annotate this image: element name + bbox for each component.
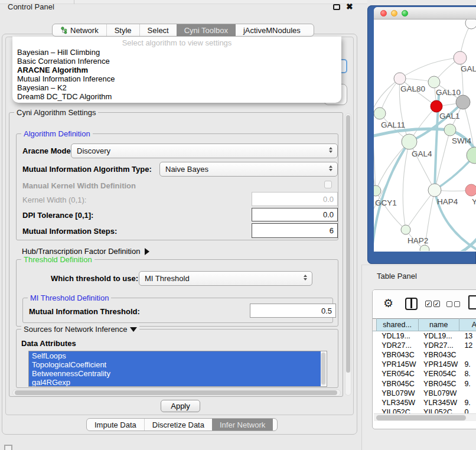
settings-group-title: Cyni Algorithm Settings bbox=[14, 108, 98, 117]
cell: YBL079W bbox=[376, 389, 418, 398]
network-node-gcy1[interactable] bbox=[374, 185, 381, 196]
network-node[interactable] bbox=[431, 100, 442, 112]
data-attributes-list[interactable]: SelfLoopsTopologicalCoefficientBetweenne… bbox=[28, 351, 327, 387]
manual-kernel-checkbox[interactable] bbox=[324, 181, 332, 188]
tab-infer-network[interactable]: Infer Network bbox=[212, 419, 273, 431]
settings-horizontal-scrollbar[interactable] bbox=[12, 389, 341, 396]
table-row[interactable]: YER054CYER054C8. bbox=[373, 369, 476, 379]
network-node-gal11[interactable] bbox=[374, 107, 386, 119]
tab-cyni-toolbox[interactable]: Cyni Toolbox bbox=[177, 24, 236, 36]
split-columns-icon[interactable] bbox=[405, 298, 418, 310]
menu-item-basic-correlation-inference[interactable]: Basic Correlation Inference bbox=[12, 57, 341, 66]
network-node-gal4[interactable] bbox=[402, 134, 417, 149]
table-row[interactable]: YBR045CYBR045C9. bbox=[373, 379, 476, 388]
table-panel-card: ⚙ ✓✓ shared...nameAYDL19...YDL19...13YDR… bbox=[372, 289, 476, 429]
expand-right-icon bbox=[145, 248, 149, 255]
mi-steps-label: Mutual Information Steps: bbox=[22, 227, 117, 236]
tab-select[interactable]: Select bbox=[139, 24, 177, 36]
node-label-swi4: SWI4 bbox=[452, 136, 471, 145]
cell: YBR045C bbox=[418, 379, 459, 388]
node-label-gal80: GAL80 bbox=[400, 84, 425, 93]
table-row[interactable]: YBL079WYBL079W bbox=[373, 389, 476, 398]
network-node[interactable] bbox=[420, 245, 429, 251]
mi-algorithm-type-select[interactable]: Naive Bayes bbox=[159, 162, 338, 177]
column-header-a[interactable]: A bbox=[459, 319, 476, 331]
float-window-icon[interactable] bbox=[333, 4, 340, 10]
menu-item-bayesian-hill-climbing[interactable]: Bayesian – Hill Climbing bbox=[12, 48, 341, 57]
column-header-name[interactable]: name bbox=[418, 319, 459, 331]
threshold-definition-group: Threshold Definition Which threshold to … bbox=[16, 259, 338, 327]
network-node-gal10[interactable] bbox=[428, 76, 440, 88]
network-node-gal80[interactable] bbox=[394, 73, 406, 84]
data-attributes-label: Data Attributes bbox=[21, 339, 76, 348]
network-node[interactable] bbox=[467, 147, 476, 164]
tab-impute-data[interactable]: Impute Data bbox=[87, 419, 144, 431]
node-table: shared...nameAYDL19...YDL19...13YDR27...… bbox=[373, 318, 476, 417]
apply-button[interactable]: Apply bbox=[161, 400, 200, 412]
hub-definition-toggle[interactable]: Hub/Transcription Factor Definition bbox=[22, 247, 149, 256]
network-node-swi4[interactable] bbox=[444, 124, 456, 136]
cell bbox=[459, 350, 476, 360]
kernel-width-field[interactable]: 0.0 bbox=[252, 192, 338, 206]
mi-threshold-definition-group: MI Threshold Definition Mutual Informati… bbox=[22, 298, 333, 323]
list-vertical-scrollbar[interactable] bbox=[321, 352, 326, 386]
menu-item-aracne-algorithm[interactable]: ARACNE Algorithm bbox=[12, 66, 341, 74]
table-row[interactable]: YDR27...YDR27...12 bbox=[373, 341, 476, 350]
close-traffic-light[interactable] bbox=[380, 10, 387, 17]
network-node-gal[interactable] bbox=[454, 51, 467, 64]
minimized-panel-icon[interactable] bbox=[4, 445, 12, 450]
cell: YER054C bbox=[418, 369, 459, 379]
attribute-item-betweennesscentrality[interactable]: BetweennessCentrality bbox=[29, 369, 321, 378]
network-node-y[interactable] bbox=[465, 184, 476, 196]
network-window-titlebar[interactable] bbox=[374, 7, 476, 19]
gear-icon[interactable]: ⚙ bbox=[383, 297, 393, 310]
menu-item-dream8-dc-tdc-algorithm[interactable]: Dream8 DC_TDC Algorithm bbox=[12, 92, 341, 101]
menu-item-bayesian-k2[interactable]: Bayesian – K2 bbox=[12, 83, 341, 92]
attribute-item-gal4rgexp[interactable]: gal4RGexp bbox=[29, 378, 321, 387]
column-header-shared-[interactable]: shared... bbox=[376, 319, 418, 331]
cell: YDL19... bbox=[418, 331, 459, 341]
node-label-gal1: GAL1 bbox=[439, 112, 460, 120]
deselect-all-icon[interactable] bbox=[446, 301, 460, 307]
aracne-mode-select[interactable]: Discovery bbox=[71, 144, 338, 158]
mi-steps-field[interactable]: 6 bbox=[252, 223, 338, 238]
collapse-down-icon[interactable] bbox=[130, 327, 137, 332]
network-node-hap2[interactable] bbox=[401, 225, 410, 234]
table-row[interactable]: YBR043CYBR043C bbox=[373, 350, 476, 360]
tab-style[interactable]: Style bbox=[106, 24, 139, 36]
network-node-hap4[interactable] bbox=[428, 184, 441, 197]
minimize-traffic-light[interactable] bbox=[391, 10, 397, 17]
document-icon[interactable] bbox=[468, 295, 476, 309]
select-all-icon[interactable]: ✓✓ bbox=[425, 301, 440, 307]
table-row[interactable]: YDL19...YDL19...13 bbox=[373, 331, 476, 341]
network-node[interactable] bbox=[465, 19, 476, 29]
which-threshold-select[interactable]: MI Threshold bbox=[139, 271, 312, 286]
attribute-item-topologicalcoefficient[interactable]: TopologicalCoefficient bbox=[29, 360, 321, 369]
table-row[interactable]: YLR345WYLR345W9. bbox=[373, 398, 476, 407]
tab-label: Select bbox=[148, 26, 169, 35]
menu-item-mutual-information-inference[interactable]: Mutual Information Inference bbox=[12, 74, 341, 83]
zoom-traffic-light[interactable] bbox=[402, 10, 408, 17]
tab-discretize-data[interactable]: Discretize Data bbox=[144, 419, 212, 431]
tab-jactivemnodules[interactable]: jActiveMNodules bbox=[236, 24, 308, 36]
tab-network[interactable]: Network bbox=[53, 24, 106, 36]
cell: YBR043C bbox=[376, 350, 418, 360]
table-horizontal-scrollbar[interactable] bbox=[374, 413, 476, 421]
attribute-item-selfloops[interactable]: SelfLoops bbox=[29, 351, 321, 360]
network-canvas[interactable]: GALGAL80GAL10GAL1GAL11SWI4GAL4GCY1HAP4YH… bbox=[374, 19, 476, 251]
table-toolbar: ⚙ ✓✓ bbox=[373, 290, 476, 318]
table-panel: Table Panel ⚙ ✓✓ shared...nameAYDL19...Y… bbox=[361, 265, 476, 450]
tab-label: Cyni Toolbox bbox=[184, 26, 228, 35]
cell: 13 bbox=[459, 331, 476, 341]
sources-group: Sources for Network Inference Data Attri… bbox=[16, 329, 338, 388]
table-row[interactable]: YPR145WYPR145W9. bbox=[373, 360, 476, 369]
dpi-tolerance-field[interactable]: 0.0 bbox=[252, 208, 338, 221]
close-icon[interactable]: ✖ bbox=[346, 1, 353, 12]
cell: 12 bbox=[459, 341, 476, 350]
mi-threshold-field[interactable]: 0.5 bbox=[250, 304, 336, 318]
settings-vertical-scrollbar[interactable] bbox=[345, 113, 351, 396]
which-threshold-label: Which threshold to use: bbox=[51, 274, 138, 283]
network-window-frame[interactable]: GALGAL80GAL10GAL1GAL11SWI4GAL4GCY1HAP4YH… bbox=[367, 5, 476, 264]
cell: YER054C bbox=[376, 369, 418, 379]
network-node-gal1[interactable] bbox=[456, 95, 470, 109]
